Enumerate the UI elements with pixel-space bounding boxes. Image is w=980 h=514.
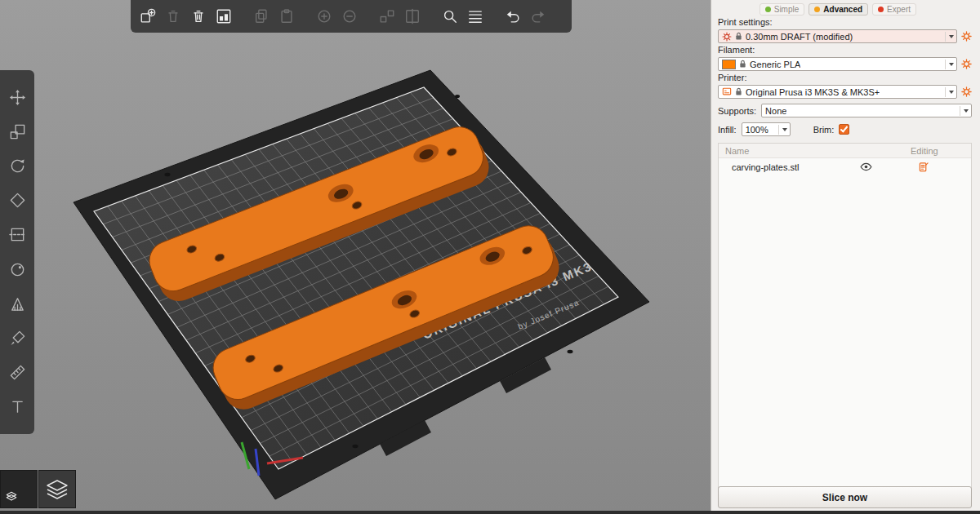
printer-value: Original Prusa i3 MK3S & MK3S+ — [746, 87, 880, 97]
top-toolbar — [131, 0, 572, 33]
3d-viewport[interactable]: ORIGINAL PRUSA i3 MK3 by Josef Prusa — [0, 0, 710, 514]
variable-layer-height-icon[interactable] — [465, 6, 486, 27]
brim-label: Brim: — [813, 125, 835, 135]
infill-label: Infill: — [718, 125, 737, 135]
gizmo-place-on-face-icon[interactable] — [7, 190, 28, 211]
supports-combo[interactable]: None — [761, 104, 972, 117]
gizmo-text-icon[interactable] — [7, 397, 28, 418]
filament-value: Generic PLA — [750, 60, 800, 69]
visibility-eye-icon[interactable] — [853, 162, 878, 171]
gizmo-seam-icon[interactable] — [7, 259, 28, 280]
delete-all-icon[interactable] — [188, 6, 209, 27]
chevron-down-icon — [945, 60, 954, 69]
mode-label: Simple — [774, 5, 800, 14]
gizmo-measure-icon[interactable] — [7, 362, 28, 383]
lock-icon — [739, 60, 746, 69]
printer-gear-icon[interactable] — [960, 86, 972, 98]
slice-now-button[interactable]: Slice now — [718, 486, 972, 508]
chevron-down-icon — [945, 87, 954, 97]
paste-icon[interactable] — [276, 6, 297, 27]
gizmo-paint-supports-icon[interactable] — [7, 293, 28, 314]
preview-view-button[interactable] — [38, 470, 76, 508]
sidebar: Simple Advanced Expert Print settings: 0… — [710, 0, 980, 514]
lock-icon — [735, 87, 742, 96]
chevron-down-icon — [945, 32, 954, 42]
mode-expert-tab[interactable]: Expert — [872, 3, 916, 16]
filament-gear-icon[interactable] — [960, 59, 972, 70]
undo-icon[interactable] — [502, 6, 523, 27]
mode-advanced-tab[interactable]: Advanced — [808, 3, 868, 16]
supports-label: Supports: — [718, 106, 756, 116]
infill-combo[interactable]: 100% — [742, 122, 791, 136]
object-list-header: Name Editing — [719, 144, 971, 158]
mode-label: Expert — [887, 5, 911, 14]
editing-column-header: Editing — [878, 146, 968, 156]
object-list-row[interactable]: carving-plates.stl — [719, 158, 971, 175]
printer-combo[interactable]: Original Prusa i3 MK3S & MK3S+ — [718, 85, 957, 99]
gizmo-toolbar — [0, 70, 34, 434]
status-bar — [0, 511, 980, 514]
redo-icon[interactable] — [528, 6, 549, 27]
split-to-parts-icon[interactable] — [402, 6, 423, 27]
gizmo-paint-multimaterial-icon[interactable] — [7, 327, 28, 348]
advanced-mode-dot-icon — [814, 7, 820, 12]
print-settings-value: 0.30mm DRAFT (modified) — [746, 32, 853, 42]
remove-instance-icon[interactable] — [339, 6, 360, 27]
view-mode-buttons — [0, 470, 76, 508]
object-settings-icon[interactable] — [878, 162, 968, 172]
editor-view-button[interactable] — [0, 470, 38, 508]
print-settings-label: Print settings: — [718, 18, 972, 27]
mode-simple-tab[interactable]: Simple — [760, 3, 805, 16]
lock-icon — [735, 32, 742, 41]
object-name: carving-plates.stl — [722, 162, 853, 172]
chevron-down-icon — [960, 106, 969, 116]
add-object-icon[interactable] — [137, 6, 158, 27]
arrange-icon[interactable] — [213, 6, 234, 27]
split-to-objects-icon[interactable] — [376, 6, 398, 27]
chevron-down-icon — [778, 125, 787, 135]
expert-mode-dot-icon — [878, 7, 884, 12]
simple-mode-dot-icon — [765, 7, 771, 12]
print-settings-combo[interactable]: 0.30mm DRAFT (modified) — [718, 29, 957, 43]
printer-icon — [722, 87, 732, 96]
add-instance-icon[interactable] — [314, 6, 335, 27]
print-profile-icon — [722, 32, 732, 42]
scene-canvas[interactable]: ORIGINAL PRUSA i3 MK3 by Josef Prusa — [0, 0, 710, 514]
gizmo-cut-icon[interactable] — [7, 224, 28, 246]
filament-combo[interactable]: Generic PLA — [718, 57, 957, 71]
print-settings-gear-icon[interactable] — [960, 31, 972, 42]
supports-value: None — [765, 106, 786, 116]
mode-label: Advanced — [823, 5, 862, 14]
delete-icon[interactable] — [163, 6, 184, 27]
printer-label: Printer: — [718, 73, 972, 82]
infill-value: 100% — [746, 125, 768, 135]
gizmo-scale-icon[interactable] — [7, 121, 28, 142]
filament-color-swatch — [722, 60, 736, 69]
search-icon[interactable] — [439, 6, 461, 27]
copy-icon[interactable] — [251, 6, 272, 27]
gizmo-move-icon[interactable] — [7, 86, 28, 108]
gizmo-rotate-icon[interactable] — [7, 156, 28, 177]
name-column-header: Name — [722, 146, 878, 156]
brim-checkbox[interactable] — [839, 124, 849, 135]
object-list: Name Editing carving-plates.stl — [718, 143, 972, 492]
filament-label: Filament: — [718, 46, 972, 55]
mode-selector: Simple Advanced Expert — [718, 3, 916, 16]
